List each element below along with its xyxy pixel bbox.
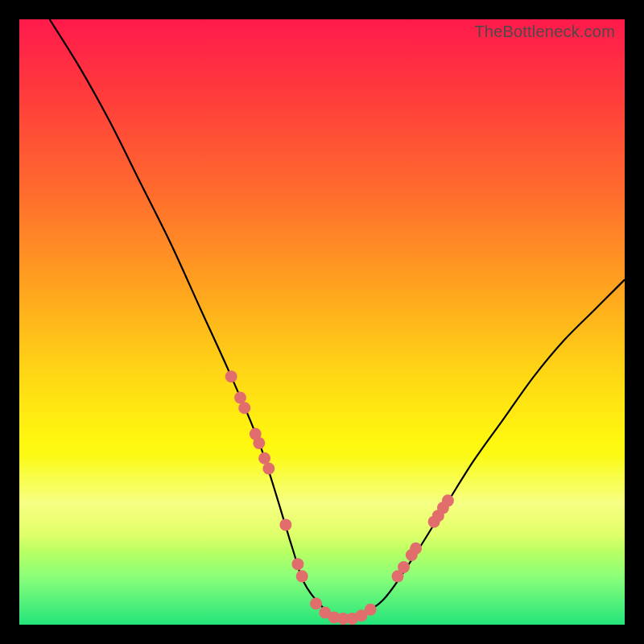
curve-marker: [262, 462, 275, 474]
bottleneck-curve: [19, 19, 625, 625]
curve-marker: [291, 558, 303, 570]
curve-marker: [442, 494, 454, 506]
curve-marker: [398, 561, 410, 573]
curve-marker: [310, 597, 322, 609]
plot-area: TheBottleneck.com: [19, 19, 625, 625]
curve-marker: [234, 392, 246, 404]
curve-marker: [253, 437, 265, 449]
curve-marker: [296, 570, 308, 582]
curve-marker: [410, 543, 422, 555]
curve-marker: [258, 452, 270, 464]
curve-marker: [279, 518, 291, 530]
chart-frame: TheBottleneck.com: [0, 0, 644, 644]
curve-marker: [365, 604, 377, 616]
curve-marker: [225, 370, 237, 382]
curve-marker: [238, 402, 250, 414]
